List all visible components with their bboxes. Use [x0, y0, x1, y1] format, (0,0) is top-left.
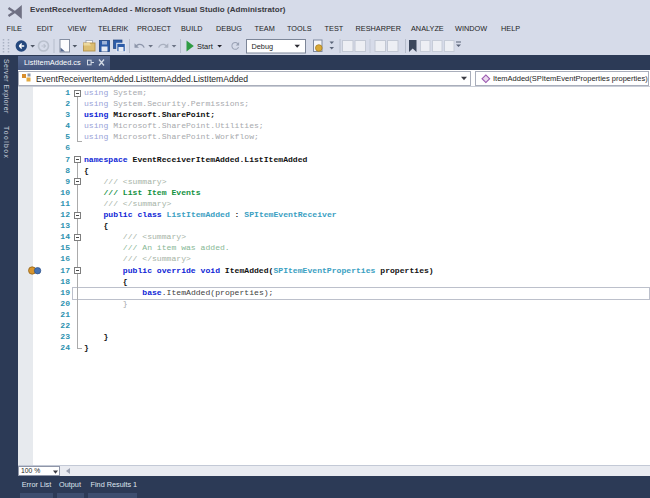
- svg-text:Debug: Debug: [252, 42, 274, 51]
- svg-text:Start: Start: [197, 42, 214, 51]
